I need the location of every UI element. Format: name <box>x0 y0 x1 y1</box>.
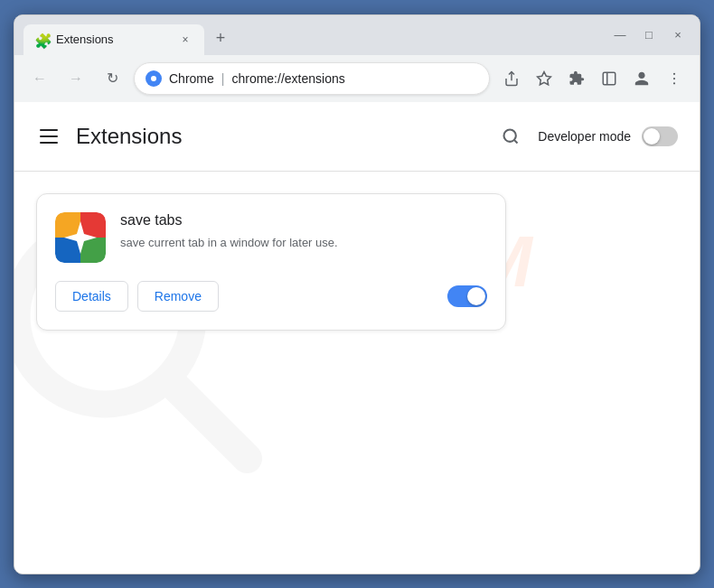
remove-button[interactable]: Remove <box>137 281 219 312</box>
forward-button[interactable]: → <box>61 64 90 93</box>
minimize-button[interactable]: — <box>607 23 633 48</box>
tab-title: Extensions <box>56 33 170 46</box>
card-buttons: Details Remove <box>55 281 219 312</box>
extension-icon <box>55 212 106 263</box>
nav-bar: ← → ↻ Chrome | chrome://extensions <box>14 55 700 102</box>
address-bar[interactable]: Chrome | chrome://extensions <box>134 62 490 95</box>
extension-card: save tabs save current tab in a window f… <box>36 193 506 331</box>
extensions-button[interactable] <box>562 64 591 93</box>
developer-mode-toggle[interactable] <box>642 126 678 146</box>
title-bar: 🧩 Extensions × + — □ × <box>14 15 700 55</box>
hamburger-line <box>40 142 58 144</box>
svg-point-1 <box>151 76 156 81</box>
extension-description: save current tab in a window for later u… <box>120 234 487 252</box>
extension-info: save tabs save current tab in a window f… <box>120 212 487 252</box>
extension-enable-toggle[interactable] <box>447 285 487 307</box>
extension-name: save tabs <box>120 212 487 229</box>
account-button[interactable] <box>627 64 656 93</box>
share-button[interactable] <box>497 64 526 93</box>
maximize-button[interactable]: □ <box>636 23 662 48</box>
details-button[interactable]: Details <box>55 281 128 312</box>
svg-point-6 <box>673 72 675 74</box>
page-content: Extensions Developer mode RISK.COM <box>14 102 700 574</box>
extensions-list: RISK.COM <box>14 172 700 352</box>
svg-point-9 <box>504 129 516 141</box>
address-url: chrome://extensions <box>231 71 478 86</box>
menu-hamburger-button[interactable] <box>36 126 61 147</box>
page-title: Extensions <box>76 124 182 149</box>
card-bottom: Details Remove <box>55 281 487 312</box>
nav-icons <box>497 64 689 93</box>
window-controls: — □ × <box>607 23 691 55</box>
search-button[interactable] <box>494 120 527 153</box>
menu-button[interactable] <box>660 64 689 93</box>
svg-point-8 <box>673 82 675 84</box>
site-name: Chrome <box>169 71 214 86</box>
address-separator: | <box>221 71 225 86</box>
hamburger-line <box>40 129 58 131</box>
bookmark-button[interactable] <box>530 64 559 93</box>
svg-rect-4 <box>603 72 615 85</box>
sidebar-button[interactable] <box>595 64 624 93</box>
active-tab[interactable]: 🧩 Extensions × <box>23 24 204 55</box>
svg-point-7 <box>673 77 675 79</box>
browser-window: 🧩 Extensions × + — □ × ← → ↻ Chrome | ch… <box>14 14 700 574</box>
tab-close-button[interactable]: × <box>177 32 193 48</box>
card-top: save tabs save current tab in a window f… <box>55 212 487 263</box>
new-tab-button[interactable]: + <box>208 26 233 51</box>
site-favicon <box>146 70 162 87</box>
header-right: Developer mode <box>494 120 678 153</box>
header-left: Extensions <box>36 124 182 149</box>
svg-marker-3 <box>538 71 551 84</box>
back-button[interactable]: ← <box>25 64 54 93</box>
tab-favicon-icon: 🧩 <box>34 33 49 47</box>
refresh-button[interactable]: ↻ <box>98 64 127 93</box>
developer-mode-label: Developer mode <box>538 129 631 144</box>
svg-line-10 <box>514 139 518 143</box>
svg-line-12 <box>173 384 248 459</box>
extensions-header: Extensions Developer mode <box>14 102 700 172</box>
hamburger-line <box>40 135 58 137</box>
close-button[interactable]: × <box>665 23 691 48</box>
